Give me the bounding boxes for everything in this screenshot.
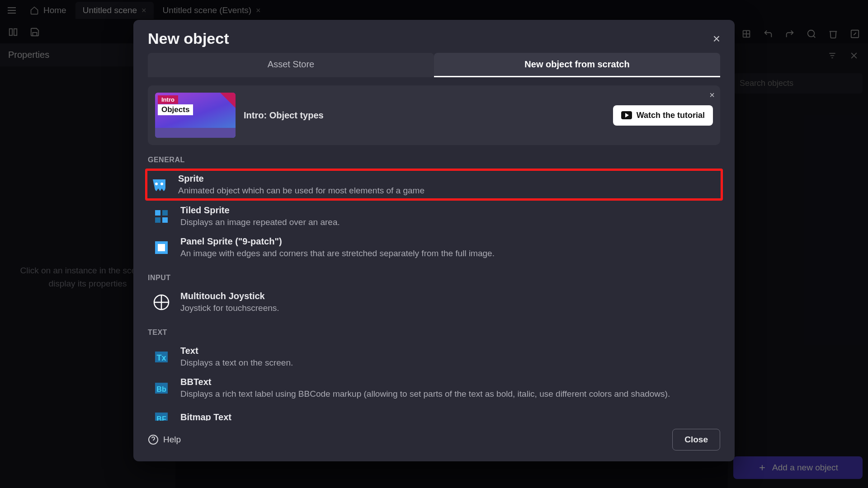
intro-card: Intro Objects Intro: Object types Watch … xyxy=(148,85,720,145)
object-desc: An image with edges and corners that are… xyxy=(180,249,495,258)
help-icon xyxy=(148,434,159,445)
watch-tutorial-button[interactable]: Watch the tutorial xyxy=(613,105,713,126)
intro-thumb-label: Objects xyxy=(158,104,193,115)
object-desc: Displays a text on the screen. xyxy=(180,358,293,368)
object-name: Multitouch Joystick xyxy=(180,291,279,301)
youtube-icon xyxy=(621,111,632,119)
bbtext-icon: Bb xyxy=(151,378,171,398)
help-link[interactable]: Help xyxy=(148,434,181,445)
svg-rect-28 xyxy=(155,217,160,223)
section-general: GENERAL xyxy=(148,156,720,164)
object-type-tiled-sprite[interactable]: Tiled Sprite Displays an image repeated … xyxy=(148,201,720,232)
svg-point-25 xyxy=(160,183,163,185)
object-name: BBText xyxy=(180,377,670,387)
object-name: Sprite xyxy=(178,174,425,184)
modal-overlay: New object × Asset Store New object from… xyxy=(0,0,868,488)
svg-point-24 xyxy=(155,183,158,185)
panel-sprite-icon xyxy=(151,238,171,258)
object-type-bbtext[interactable]: Bb BBText Displays a rich text label usi… xyxy=(148,372,720,404)
object-type-text[interactable]: Tx Text Displays a text on the screen. xyxy=(148,341,720,372)
svg-rect-31 xyxy=(158,244,165,251)
svg-rect-29 xyxy=(162,217,168,223)
svg-text:Tx: Tx xyxy=(156,353,166,362)
section-text: TEXT xyxy=(148,328,720,337)
close-button[interactable]: Close xyxy=(672,429,720,450)
text-icon: Tx xyxy=(151,347,171,367)
object-type-panel-sprite[interactable]: Panel Sprite ("9-patch") An image with e… xyxy=(148,232,720,263)
svg-text:Bb: Bb xyxy=(156,385,166,393)
tiled-sprite-icon xyxy=(151,206,171,226)
close-icon[interactable]: × xyxy=(713,32,720,46)
object-type-sprite[interactable]: Sprite Animated object which can be used… xyxy=(145,169,723,201)
modal-title: New object xyxy=(148,30,229,47)
object-name: Tiled Sprite xyxy=(180,205,340,216)
section-input: INPUT xyxy=(148,274,720,282)
object-name: Bitmap Text xyxy=(180,412,231,421)
intro-badge: Intro xyxy=(158,95,178,104)
object-desc: Displays a rich text label using BBCode … xyxy=(180,389,670,399)
new-object-modal: New object × Asset Store New object from… xyxy=(133,20,735,461)
tab-new-from-scratch[interactable]: New object from scratch xyxy=(434,53,720,77)
object-name: Text xyxy=(180,346,293,356)
object-type-joystick[interactable]: Multitouch Joystick Joystick for touchsc… xyxy=(148,286,720,318)
object-desc: Joystick for touchscreens. xyxy=(180,303,279,313)
intro-thumbnail: Intro Objects xyxy=(155,93,236,138)
svg-text:BF: BF xyxy=(156,415,166,421)
sprite-icon xyxy=(149,175,169,195)
bitmap-text-icon: BF xyxy=(151,408,171,421)
object-name: Panel Sprite ("9-patch") xyxy=(180,236,495,247)
object-type-bitmap-text[interactable]: BF Bitmap Text xyxy=(148,404,720,421)
tab-asset-store[interactable]: Asset Store xyxy=(148,53,434,77)
button-label: Watch the tutorial xyxy=(637,111,705,120)
svg-rect-26 xyxy=(155,210,160,216)
help-label: Help xyxy=(163,435,181,445)
object-desc: Displays an image repeated over an area. xyxy=(180,217,340,227)
svg-rect-27 xyxy=(162,210,168,216)
joystick-icon xyxy=(151,292,171,312)
object-desc: Animated object which can be used for mo… xyxy=(178,186,425,196)
close-icon[interactable]: × xyxy=(709,90,715,100)
intro-title: Intro: Object types xyxy=(244,110,605,121)
